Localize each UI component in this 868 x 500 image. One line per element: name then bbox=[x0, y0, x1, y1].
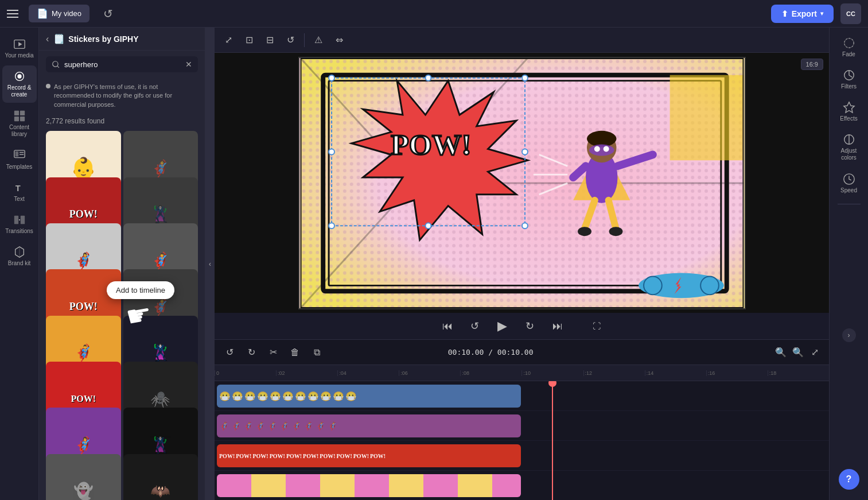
timeline-delete-button[interactable]: 🗑 bbox=[287, 344, 303, 361]
svg-rect-4 bbox=[14, 111, 18, 115]
top-bar-left: 📄 My video ↺ bbox=[7, 3, 121, 24]
video-controls: ⏮ ↺ ▶ ↻ ⏭ ⛶ bbox=[215, 313, 829, 339]
results-count-text: 2,772 results found bbox=[46, 117, 104, 125]
search-clear-button[interactable]: ✕ bbox=[185, 60, 192, 69]
track-strip-4[interactable] bbox=[217, 474, 521, 497]
top-bar: 📄 My video ↺ ⬆ Export ▾ CC bbox=[0, 0, 868, 28]
right-tool-adjust-colors[interactable]: Adjustcolors bbox=[832, 130, 866, 165]
zoom-in-button[interactable]: 🔍 bbox=[791, 346, 805, 359]
svg-point-58 bbox=[522, 223, 528, 228]
timeline-undo-button[interactable]: ↺ bbox=[221, 344, 238, 361]
svg-rect-9 bbox=[15, 152, 18, 157]
export-button[interactable]: ⬆ Export ▾ bbox=[771, 5, 834, 23]
svg-line-17 bbox=[57, 66, 59, 68]
aspect-ratio-badge[interactable]: 16:9 bbox=[801, 59, 823, 70]
skip-to-start-button[interactable]: ⏮ bbox=[438, 317, 457, 335]
video-frame: POW! bbox=[298, 57, 746, 309]
search-icon bbox=[52, 60, 60, 68]
svg-rect-14 bbox=[20, 216, 24, 224]
right-tool-fade[interactable]: Fade bbox=[832, 33, 866, 61]
fit-timeline-button[interactable]: ⤢ bbox=[808, 346, 822, 359]
time-display: 00:10.00 / 00:10.00 bbox=[448, 348, 534, 356]
search-bar: ✕ bbox=[46, 56, 198, 72]
svg-marker-27 bbox=[670, 75, 744, 160]
sidebar-item-templates[interactable]: Templates bbox=[2, 145, 37, 175]
timeline-cut-button[interactable]: ✂ bbox=[265, 344, 281, 361]
zoom-out-button[interactable]: 🔍 bbox=[774, 346, 788, 359]
play-pause-button[interactable]: ▶ bbox=[493, 317, 512, 335]
cc-button[interactable]: CC bbox=[840, 3, 861, 24]
sidebar-label-your-media: Your media bbox=[5, 52, 33, 59]
ruler-mark: :08 bbox=[460, 370, 521, 376]
timeline-duplicate-button[interactable]: ⧉ bbox=[309, 344, 325, 361]
flip-button[interactable]: ⇔ bbox=[330, 31, 348, 49]
menu-button[interactable] bbox=[7, 6, 23, 22]
sidebar-item-record-create[interactable]: Record &create bbox=[2, 65, 37, 103]
track-strip-3[interactable]: POW! POW! POW! POW! POW! POW! POW! POW! … bbox=[217, 444, 521, 467]
ruler-mark: :14 bbox=[645, 370, 706, 376]
save-status-btn[interactable]: ↺ bbox=[95, 3, 121, 24]
rewind-10-button[interactable]: ↺ bbox=[466, 317, 484, 335]
sidebar-item-content-library[interactable]: Contentlibrary bbox=[2, 105, 37, 142]
search-input[interactable] bbox=[64, 60, 181, 69]
ruler-marks: 0 :02 :04 :06 :08 :10 :12 :14 :16 :18 bbox=[215, 370, 829, 376]
right-tool-filters[interactable]: Filters bbox=[832, 65, 866, 93]
export-dropdown-arrow: ▾ bbox=[820, 10, 823, 17]
add-to-timeline-text: Add to timeline bbox=[116, 286, 165, 294]
track-content-3: POW! POW! POW! POW! POW! POW! POW! POW! … bbox=[215, 441, 829, 470]
track-strip-1[interactable]: 😷 😷 😷 😷 😷 😷 😷 😷 😷 😷 😷 bbox=[217, 385, 521, 408]
fullscreen-button[interactable]: ⛶ bbox=[587, 317, 606, 335]
svg-point-36 bbox=[603, 146, 609, 152]
panel-collapse-button[interactable]: ‹ bbox=[205, 28, 215, 500]
aspect-ratio-text: 16:9 bbox=[806, 61, 818, 68]
right-sidebar: Fade Filters Effects Adjustcolors Speed … bbox=[829, 28, 868, 500]
svg-point-42 bbox=[609, 227, 622, 236]
svg-point-52 bbox=[425, 75, 431, 80]
help-button[interactable]: ? bbox=[839, 469, 859, 490]
resize-button[interactable]: ⊟ bbox=[260, 31, 279, 49]
undo-canvas-button[interactable]: ↺ bbox=[281, 31, 299, 49]
sidebar-item-brand-kit[interactable]: Brand kit bbox=[2, 241, 37, 271]
tab-label: My video bbox=[52, 9, 81, 18]
stickers-panel: ‹ 🗒️ Stickers by GIPHY ✕ As per GIPHY's … bbox=[39, 28, 205, 500]
timeline: ↺ ↻ ✂ 🗑 ⧉ 00:10.00 / 00:10.00 🔍 🔍 ⤢ 0 bbox=[215, 339, 829, 500]
sticker-item[interactable]: 👻 bbox=[46, 454, 121, 500]
svg-marker-63 bbox=[843, 102, 854, 113]
crop-tool-button[interactable]: ⊡ bbox=[240, 31, 258, 49]
timeline-toolbar: ↺ ↻ ✂ 🗑 ⧉ 00:10.00 / 00:10.00 🔍 🔍 ⤢ bbox=[215, 340, 829, 365]
ruler-mark: :02 bbox=[276, 370, 337, 376]
svg-text:POW!: POW! bbox=[391, 128, 471, 161]
playhead[interactable] bbox=[552, 381, 553, 500]
svg-point-57 bbox=[425, 223, 431, 228]
collapse-panel-button[interactable]: › bbox=[842, 328, 856, 342]
svg-point-53 bbox=[522, 75, 528, 80]
sidebar-label-text: Text bbox=[14, 196, 24, 202]
track-content-1: 😷 😷 😷 😷 😷 😷 😷 😷 😷 😷 😷 bbox=[215, 381, 829, 410]
ruler-mark: :12 bbox=[583, 370, 645, 376]
sticker-icon: 🗒️ bbox=[53, 33, 65, 44]
sidebar-item-your-media[interactable]: Your media bbox=[2, 33, 37, 63]
fade-label: Fade bbox=[842, 51, 855, 57]
svg-point-54 bbox=[329, 149, 334, 154]
warning-button[interactable]: ⚠ bbox=[309, 31, 328, 49]
my-video-tab[interactable]: 📄 My video bbox=[29, 5, 89, 22]
sidebar-label-transitions: Transitions bbox=[5, 228, 33, 234]
video-canvas: 16:9 bbox=[215, 53, 829, 313]
skip-to-end-button[interactable]: ⏭ bbox=[548, 317, 567, 335]
svg-point-33 bbox=[586, 130, 616, 146]
back-button[interactable]: ‹ bbox=[46, 34, 49, 44]
sidebar-label-content-library: Contentlibrary bbox=[9, 124, 29, 138]
right-tool-speed[interactable]: Speed bbox=[832, 169, 866, 197]
sidebar-item-transitions[interactable]: Transitions bbox=[2, 209, 37, 239]
track-strip-2[interactable]: 🦸‍♂️ 🦸‍♂️ 🦸‍♂️ 🦸‍♂️ 🦸‍♂️ 🦸‍♂️ 🦸‍♂️ 🦸‍♂️ … bbox=[217, 414, 521, 437]
sidebar-item-text[interactable]: T Text bbox=[2, 177, 37, 207]
timeline-track-2: 🦸‍♂️ 🦸‍♂️ 🦸‍♂️ 🦸‍♂️ 🦸‍♂️ 🦸‍♂️ 🦸‍♂️ 🦸‍♂️ … bbox=[215, 411, 829, 441]
adjust-colors-label: Adjustcolors bbox=[841, 148, 857, 161]
sidebar-label-record-create: Record &create bbox=[7, 84, 32, 98]
sticker-item[interactable]: 🦇 bbox=[123, 454, 198, 500]
fit-canvas-button[interactable]: ⤢ bbox=[219, 31, 238, 49]
speed-label: Speed bbox=[840, 187, 857, 193]
forward-10-button[interactable]: ↻ bbox=[521, 317, 539, 335]
timeline-redo-button[interactable]: ↻ bbox=[243, 344, 259, 361]
right-tool-effects[interactable]: Effects bbox=[832, 98, 866, 125]
